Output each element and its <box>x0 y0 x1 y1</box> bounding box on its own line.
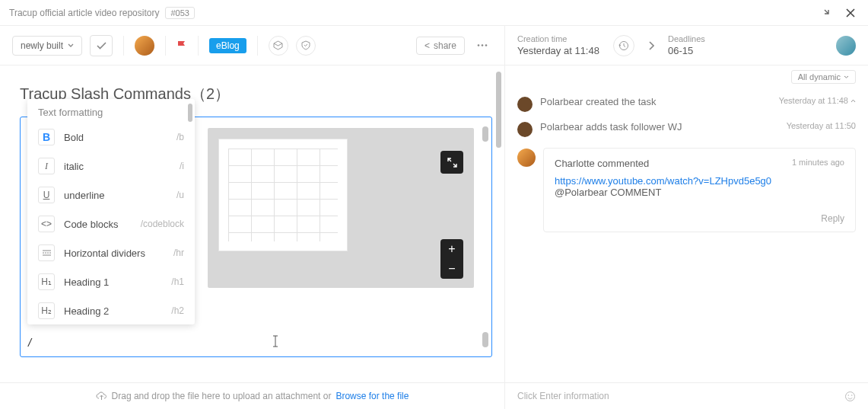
cmd-shortcut: /i <box>180 161 184 171</box>
deadline-label: Deadlines <box>668 34 705 43</box>
slash-command-popover: Text formatting B Bold /b I italic /i U … <box>27 99 195 324</box>
footer-dropzone[interactable]: Drag and drop the file here to upload an… <box>0 383 505 409</box>
code-icon: <> <box>38 216 55 232</box>
toolbar: newly built eBlog < s <box>0 26 504 66</box>
svg-point-9 <box>851 395 853 396</box>
window-title: Tracup official article video repository <box>9 8 159 18</box>
zoom-out-button[interactable]: − <box>440 259 463 279</box>
share-button[interactable]: < share <box>416 37 465 55</box>
right-pane: Creation time Yesterday at 11:48 Deadlin… <box>505 26 868 382</box>
scrollbar-thumb[interactable] <box>482 332 488 347</box>
cmd-label: Bold <box>64 132 167 143</box>
cmd-shortcut: /u <box>176 190 184 200</box>
task-id: #053 <box>165 7 194 19</box>
cube-icon[interactable] <box>269 36 288 56</box>
chevron-right-icon[interactable] <box>648 41 654 50</box>
cmd-h1[interactable]: H₁ Heading 1 /h1 <box>27 267 195 296</box>
diagram-image <box>218 139 348 251</box>
cmd-hr[interactable]: Horizontal dividers /hr <box>27 238 195 267</box>
creation-value: Yesterday at 11:48 <box>517 45 599 56</box>
activity-filter-dropdown[interactable]: All dynamic <box>791 70 856 84</box>
reply-button[interactable]: Reply <box>555 213 844 224</box>
deadline-value: 06-15 <box>668 45 705 56</box>
activity-time: Yesterday at 11:48 <box>779 96 856 105</box>
svg-point-1 <box>482 44 484 46</box>
comment-mention: @Polarbear COMMENT <box>555 187 844 198</box>
cmd-codeblock[interactable]: <> Code blocks /codeblock <box>27 209 195 238</box>
cmd-bold[interactable]: B Bold /b <box>27 123 195 152</box>
browse-link[interactable]: Browse for the file <box>335 391 409 401</box>
shield-icon[interactable] <box>296 36 316 56</box>
expand-icon[interactable] <box>440 151 463 174</box>
comment-time: 1 minutes ago <box>792 158 844 169</box>
status-label: newly built <box>21 40 63 51</box>
svg-point-7 <box>846 391 855 401</box>
avatar <box>517 149 536 167</box>
activity-text: Polarbear created the task <box>540 96 771 107</box>
user-avatar[interactable] <box>836 36 856 56</box>
activity-item: Polarbear created the task Yesterday at … <box>517 96 856 112</box>
scrollbar-thumb[interactable] <box>482 126 488 142</box>
cmd-shortcut: /h2 <box>171 305 184 316</box>
zoom-in-button[interactable]: + <box>440 239 463 259</box>
cmd-label: italic <box>64 161 170 172</box>
activity-feed: All dynamic Polarbear created the task Y… <box>505 66 868 382</box>
italic-icon: I <box>38 158 55 174</box>
more-menu-button[interactable] <box>472 36 492 56</box>
cmd-shortcut: /h1 <box>171 276 184 287</box>
cmd-label: underline <box>64 190 167 201</box>
flag-icon[interactable] <box>176 40 187 51</box>
popover-section-header: Text formatting <box>27 99 195 123</box>
activity-text: Polarbear adds task follower WJ <box>540 121 779 133</box>
cmd-underline[interactable]: U underline /u <box>27 181 195 209</box>
svg-point-0 <box>478 44 480 46</box>
drop-text: Drag and drop the file here to upload an… <box>112 391 332 401</box>
comment-item: Charlotte commented 1 minutes ago https:… <box>517 148 856 232</box>
cmd-label: Horizontal dividers <box>64 248 164 259</box>
meta-header: Creation time Yesterday at 11:48 Deadlin… <box>505 26 868 66</box>
activity-item: Polarbear adds task follower WJ Yesterda… <box>517 121 856 137</box>
assignee-avatar[interactable] <box>135 36 154 56</box>
chevron-down-icon <box>68 43 74 47</box>
heading2-icon: H₂ <box>38 302 55 319</box>
text-cursor-icon <box>272 335 279 347</box>
titlebar: Tracup official article video repository… <box>0 0 868 26</box>
svg-point-8 <box>848 395 850 396</box>
cmd-shortcut: /codeblock <box>141 219 184 229</box>
divider-icon <box>38 244 55 261</box>
share-label: < <box>424 40 430 51</box>
chevron-up-icon <box>851 99 856 103</box>
comment-card: Charlotte commented 1 minutes ago https:… <box>543 148 856 232</box>
comment-author: Charlotte commented <box>555 158 649 169</box>
underline-icon: U <box>38 187 55 203</box>
blog-tag[interactable]: eBlog <box>209 38 246 53</box>
slash-input: / <box>28 336 31 349</box>
close-icon[interactable] <box>842 5 859 21</box>
approve-button[interactable] <box>90 35 113 56</box>
cmd-h2[interactable]: H₂ Heading 2 /h2 <box>27 296 195 324</box>
comment-link[interactable]: https://www.youtube.com/watch?v=LZHpvd5e… <box>555 175 844 187</box>
heading1-icon: H₁ <box>38 273 55 290</box>
cmd-label: Code blocks <box>64 219 132 230</box>
comment-input[interactable]: Click Enter information <box>505 383 868 409</box>
footer: Drag and drop the file here to upload an… <box>0 382 868 409</box>
cmd-label: Heading 1 <box>64 276 162 288</box>
cmd-label: Heading 2 <box>64 305 162 317</box>
scrollbar-thumb[interactable] <box>496 72 501 148</box>
zoom-controls: + − <box>440 239 463 279</box>
scrollbar-thumb[interactable] <box>188 104 192 122</box>
status-dropdown[interactable]: newly built <box>12 36 82 56</box>
chevron-down-icon <box>844 75 849 78</box>
cmd-shortcut: /b <box>176 132 184 142</box>
comment-placeholder: Click Enter information <box>517 391 609 401</box>
diagram-embed[interactable]: + − <box>208 128 474 288</box>
activity-time: Yesterday at 11:50 <box>787 121 856 130</box>
emoji-icon[interactable] <box>844 391 856 402</box>
cloud-upload-icon <box>96 391 107 401</box>
cmd-shortcut: /hr <box>173 248 184 258</box>
bold-icon: B <box>38 129 55 145</box>
history-icon[interactable] <box>613 35 634 56</box>
minimize-icon[interactable] <box>819 5 836 21</box>
cmd-italic[interactable]: I italic /i <box>27 152 195 181</box>
avatar <box>517 97 533 112</box>
